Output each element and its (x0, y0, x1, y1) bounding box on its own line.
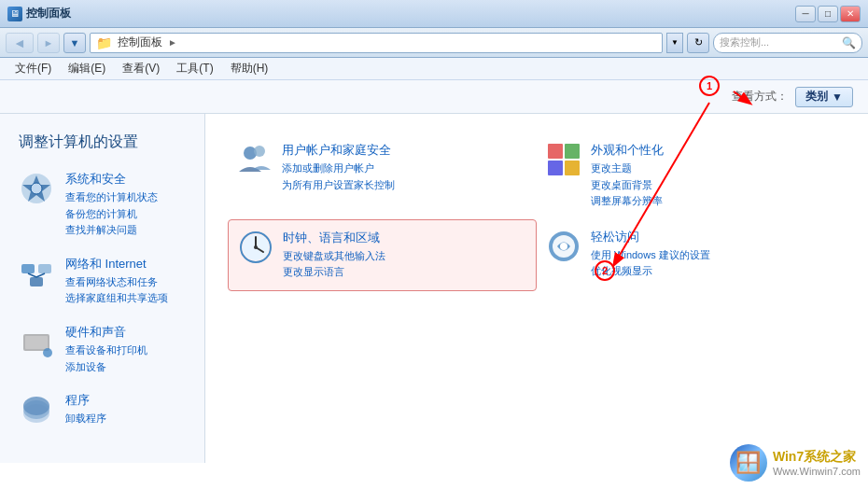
minimize-button[interactable]: ─ (795, 6, 816, 22)
hardware-title[interactable]: 硬件和声音 (65, 324, 147, 341)
system-content: 系统和安全 查看您的计算机状态 备份您的计算机 查找并解决问题 (65, 171, 158, 239)
system-sub3[interactable]: 查找并解决问题 (65, 222, 158, 239)
svg-rect-17 (548, 161, 563, 175)
search-icon[interactable]: 🔍 (842, 36, 856, 49)
watermark-title: Win7系统之家 (773, 449, 861, 466)
grid-item-clock[interactable]: 时钟、语言和区域 更改键盘或其他输入法 更改显示语言 (228, 219, 537, 291)
appearance-sub2[interactable]: 更改桌面背景 (591, 177, 664, 194)
address-bar: ◄ ► ▼ 📁 控制面板 ► ▼ ↻ 搜索控制... 🔍 (0, 28, 868, 58)
programs-title[interactable]: 程序 (65, 392, 106, 409)
clock-icon (238, 230, 273, 265)
clock-content: 时钟、语言和区域 更改键盘或其他输入法 更改显示语言 (283, 230, 385, 281)
hardware-sub2[interactable]: 添加设备 (65, 359, 147, 376)
watermark-text-container: Win7系统之家 Www.Winwin7.com (773, 449, 861, 477)
content-area: 调整计算机的设置 系统和安全 查看您的计算机状态 备份您的计算机 查找并解决问题 (0, 114, 868, 463)
svg-rect-4 (30, 277, 43, 286)
refresh-button[interactable]: ↻ (687, 33, 709, 53)
folder-icon: 📁 (96, 35, 112, 50)
access-sub1[interactable]: 使用 Windows 建议的设置 (591, 247, 710, 264)
watermark-url: Www.Winwin7.com (773, 466, 861, 477)
system-sub1[interactable]: 查看您的计算机状态 (65, 189, 158, 206)
address-separator: ► (168, 37, 177, 48)
svg-line-6 (36, 273, 45, 277)
hardware-content: 硬件和声音 查看设备和打印机 添加设备 (65, 324, 147, 375)
view-btn-label: 类别 (805, 89, 828, 105)
category-programs: 程序 卸载程序 (19, 392, 186, 427)
appearance-sub3[interactable]: 调整屏幕分辨率 (591, 193, 664, 210)
users-title[interactable]: 用户帐户和家庭安全 (282, 142, 395, 159)
access-icon (546, 229, 581, 264)
svg-point-14 (254, 146, 265, 157)
view-dropdown-button[interactable]: 类别 ▼ (795, 87, 853, 107)
search-box[interactable]: 搜索控制... 🔍 (713, 33, 862, 53)
watermark: 🪟 Win7系统之家 Www.Winwin7.com (730, 444, 861, 482)
menu-bar: 文件(F) 编辑(E) 查看(V) 工具(T) 帮助(H) (0, 58, 868, 80)
system-sub2[interactable]: 备份您的计算机 (65, 206, 158, 223)
close-button[interactable]: ✕ (840, 6, 861, 22)
title-bar-controls: ─ □ ✕ (795, 6, 861, 22)
grid-items: 用户帐户和家庭安全 添加或删除用户帐户 为所有用户设置家长控制 外观和个性化 (228, 133, 846, 291)
access-content: 轻松访问 使用 Windows 建议的设置 优化视频显示 (591, 229, 710, 280)
network-sub2[interactable]: 选择家庭组和共享选项 (65, 290, 168, 307)
category-network: 网络和 Internet 查看网络状态和任务 选择家庭组和共享选项 (19, 256, 186, 307)
svg-point-12 (23, 397, 49, 415)
maximize-button[interactable]: □ (818, 6, 838, 22)
svg-rect-2 (21, 264, 35, 273)
network-title[interactable]: 网络和 Internet (65, 256, 168, 272)
users-sub1[interactable]: 添加或删除用户帐户 (282, 161, 395, 177)
programs-content: 程序 卸载程序 (65, 392, 106, 427)
address-field[interactable]: 📁 控制面板 ► (90, 33, 663, 53)
svg-point-1 (31, 183, 42, 194)
svg-rect-18 (565, 161, 580, 175)
menu-file[interactable]: 文件(F) (7, 59, 59, 78)
grid-item-access[interactable]: 轻松访问 使用 Windows 建议的设置 优化视频显示 (537, 219, 846, 291)
category-hardware: 硬件和声音 查看设备和打印机 添加设备 (19, 324, 186, 375)
toolbar: 查看方式： 类别 ▼ (0, 80, 868, 114)
panel-title: 调整计算机的设置 (19, 133, 186, 152)
appearance-content: 外观和个性化 更改主题 更改桌面背景 调整屏幕分辨率 (591, 142, 664, 210)
menu-tools[interactable]: 工具(T) (169, 59, 220, 78)
programs-icon (19, 392, 54, 427)
watermark-logo: 🪟 (730, 444, 767, 482)
view-label: 查看方式： (732, 89, 788, 105)
svg-rect-3 (38, 264, 51, 273)
forward-button[interactable]: ► (37, 33, 60, 53)
svg-point-26 (560, 243, 567, 250)
network-sub1[interactable]: 查看网络状态和任务 (65, 274, 168, 291)
left-panel: 调整计算机的设置 系统和安全 查看您的计算机状态 备份您的计算机 查找并解决问题 (0, 114, 205, 463)
address-dropdown[interactable]: ▼ (666, 33, 683, 53)
users-content: 用户帐户和家庭安全 添加或删除用户帐户 为所有用户设置家长控制 (282, 142, 395, 193)
svg-point-9 (43, 348, 52, 357)
users-sub2[interactable]: 为所有用户设置家长控制 (282, 177, 395, 194)
title-bar-title: 控制面板 (26, 6, 71, 21)
access-sub2[interactable]: 优化视频显示 (591, 263, 710, 280)
appearance-sub1[interactable]: 更改主题 (591, 161, 664, 177)
view-dropdown-icon: ▼ (832, 91, 843, 104)
menu-view[interactable]: 查看(V) (115, 59, 167, 78)
svg-rect-16 (565, 144, 580, 159)
recent-button[interactable]: ▼ (63, 33, 86, 53)
svg-rect-8 (25, 336, 48, 349)
hardware-icon (19, 324, 54, 359)
clock-sub1[interactable]: 更改键盘或其他输入法 (283, 248, 385, 265)
system-title[interactable]: 系统和安全 (65, 171, 158, 188)
right-panel: 用户帐户和家庭安全 添加或删除用户帐户 为所有用户设置家长控制 外观和个性化 (205, 114, 868, 463)
title-bar: 🖥 控制面板 ─ □ ✕ (0, 0, 868, 28)
appearance-title[interactable]: 外观和个性化 (591, 142, 664, 159)
grid-item-users[interactable]: 用户帐户和家庭安全 添加或删除用户帐户 为所有用户设置家长控制 (228, 133, 537, 219)
programs-sub1[interactable]: 卸载程序 (65, 411, 106, 427)
back-button[interactable]: ◄ (6, 33, 34, 53)
network-content: 网络和 Internet 查看网络状态和任务 选择家庭组和共享选项 (65, 256, 168, 307)
menu-edit[interactable]: 编辑(E) (61, 59, 113, 78)
svg-line-5 (28, 273, 36, 277)
menu-help[interactable]: 帮助(H) (223, 59, 276, 78)
access-title[interactable]: 轻松访问 (591, 229, 710, 245)
hardware-sub1[interactable]: 查看设备和打印机 (65, 342, 147, 359)
clock-sub2[interactable]: 更改显示语言 (283, 264, 385, 281)
title-bar-left: 🖥 控制面板 (7, 6, 71, 21)
svg-rect-15 (548, 144, 563, 159)
grid-item-appearance[interactable]: 外观和个性化 更改主题 更改桌面背景 调整屏幕分辨率 (537, 133, 846, 219)
clock-title[interactable]: 时钟、语言和区域 (283, 230, 385, 246)
address-text: 控制面板 (118, 35, 162, 50)
system-icon (19, 171, 54, 206)
